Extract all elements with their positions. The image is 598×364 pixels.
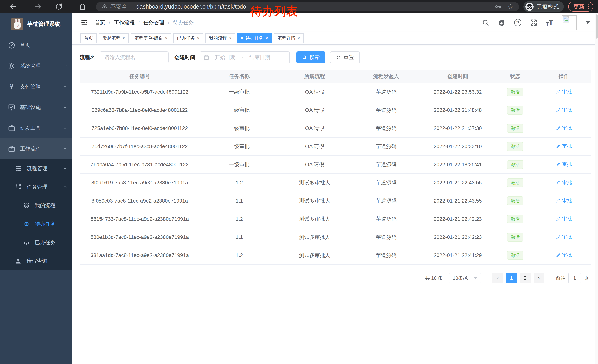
- tab-todo-tasks[interactable]: 待办任务×: [237, 33, 272, 43]
- cell-process: OA 请假: [279, 101, 350, 119]
- end-date-input[interactable]: [244, 54, 275, 60]
- github-icon[interactable]: [498, 19, 506, 26]
- scrollbar[interactable]: [595, 13, 598, 364]
- cell-actions: 审批: [537, 138, 590, 155]
- close-icon[interactable]: ×: [229, 36, 232, 40]
- chevron-down-icon: [63, 64, 67, 68]
- close-icon[interactable]: ×: [266, 36, 268, 40]
- tab-process-detail[interactable]: 流程详情×: [274, 33, 304, 43]
- approve-button[interactable]: 审批: [556, 143, 572, 149]
- approve-button[interactable]: 审批: [556, 107, 572, 113]
- page-button-1[interactable]: 1: [506, 273, 517, 283]
- topbar: 首页 / 工作流程 / 任务管理 / 待办任务 ? TT: [72, 13, 598, 32]
- cell-process: OA 请假: [279, 155, 350, 174]
- tab-home[interactable]: 首页: [80, 33, 97, 43]
- chevron-down-icon: [63, 84, 67, 89]
- sidebar-item-done-tasks[interactable]: 已办任务: [0, 233, 72, 252]
- cell-status: 激活: [493, 228, 537, 246]
- close-icon[interactable]: ×: [123, 36, 125, 40]
- sidebar-item-task-management[interactable]: 任务管理: [0, 178, 72, 196]
- avatar-caret-icon[interactable]: [586, 22, 590, 24]
- status-badge: 激活: [507, 88, 523, 97]
- sidebar-item-home[interactable]: 首页: [0, 35, 72, 56]
- table-row: 725a1eb6-7b88-11ec-8ef0-acde48001122 一级审…: [80, 119, 590, 138]
- cell-actions: 审批: [537, 83, 590, 101]
- sidebar-item-leave-query[interactable]: 请假查询: [0, 252, 72, 270]
- tab-form-edit[interactable]: 流程表单-编辑×: [131, 33, 171, 43]
- help-icon[interactable]: ?: [514, 19, 522, 26]
- cell-process: 测试多审批人: [279, 210, 350, 228]
- cell-task-name: 一级审批: [200, 155, 279, 174]
- bookmark-star-icon[interactable]: ☆: [507, 3, 514, 10]
- cell-task-name: 1.2: [200, 174, 279, 192]
- sidebar-item-workflow[interactable]: 工作流程: [0, 138, 72, 159]
- approve-button[interactable]: 审批: [556, 89, 572, 95]
- search-icon[interactable]: [482, 19, 489, 26]
- sidebar-item-process-management[interactable]: 流程管理: [0, 159, 72, 178]
- reset-button[interactable]: 重置: [330, 51, 360, 63]
- security-warning-icon[interactable]: [101, 3, 108, 10]
- sidebar-item-my-process[interactable]: 我的流程: [0, 196, 72, 215]
- approve-button[interactable]: 审批: [556, 216, 572, 222]
- avatar[interactable]: [562, 15, 576, 30]
- cell-actions: 审批: [537, 155, 590, 174]
- url-text[interactable]: dashboard.yudao.iocoder.cn/bpm/task/todo: [136, 3, 491, 10]
- approve-button[interactable]: 审批: [556, 179, 572, 186]
- edit-pencil-icon: [556, 180, 561, 185]
- date-range-picker[interactable]: -: [200, 51, 290, 63]
- browser-refresh-icon[interactable]: [54, 2, 63, 11]
- browser-back-icon[interactable]: [9, 2, 17, 11]
- breadcrumb-workflow[interactable]: 工作流程: [114, 19, 135, 26]
- tab-start-process[interactable]: 发起流程×: [99, 33, 129, 43]
- approve-button[interactable]: 审批: [556, 161, 572, 168]
- approve-button[interactable]: 审批: [556, 197, 572, 204]
- process-name-input[interactable]: [100, 51, 169, 63]
- sidebar: 芋道管理系统 首页 系统管理 ¥ 支付管理 基础设施: [0, 13, 72, 364]
- start-date-input[interactable]: [209, 54, 241, 60]
- chevron-down-icon: [63, 105, 67, 110]
- cell-initiator: 芋道源码: [350, 155, 422, 174]
- next-page-button[interactable]: ›: [533, 273, 544, 283]
- table-row: 069c6a63-7b8a-11ec-8ef0-acde48001122 一级审…: [80, 101, 590, 119]
- sidebar-item-infrastructure[interactable]: 基础设施: [0, 97, 72, 118]
- cell-created: 2022-01-22 20:33:10: [422, 138, 493, 155]
- sidebar-item-payment[interactable]: ¥ 支付管理: [0, 76, 72, 97]
- close-icon[interactable]: ×: [165, 36, 167, 40]
- sidebar-collapse-icon[interactable]: [80, 19, 88, 26]
- prev-page-button[interactable]: ‹: [492, 273, 503, 283]
- logo-image: [11, 18, 23, 30]
- page-size-select[interactable]: 10条/页: [449, 273, 481, 283]
- sidebar-item-system[interactable]: 系统管理: [0, 56, 72, 76]
- tab-done-tasks[interactable]: 已办任务×: [173, 33, 203, 43]
- font-size-icon[interactable]: TT: [546, 19, 553, 26]
- scrollbar-thumb[interactable]: [596, 15, 598, 39]
- browser-update-button[interactable]: 更新: [568, 2, 593, 12]
- sidebar-item-dev-tools[interactable]: 研发工具: [0, 118, 72, 138]
- breadcrumb-home[interactable]: 首页: [95, 19, 105, 26]
- browser-menu-icon[interactable]: [588, 4, 589, 9]
- approve-button[interactable]: 审批: [556, 234, 572, 240]
- cell-task-name: 一级审批: [200, 138, 279, 155]
- table-row: 58154733-7ac8-11ec-a9e2-a2380e71991a 1.2…: [80, 210, 590, 228]
- approve-button[interactable]: 审批: [556, 125, 572, 131]
- page-button-2[interactable]: 2: [520, 273, 531, 283]
- goto-page-input[interactable]: [568, 273, 581, 283]
- close-icon[interactable]: ×: [197, 36, 199, 40]
- incognito-badge: 无痕模式: [523, 1, 564, 12]
- browser-home-icon[interactable]: [78, 2, 87, 11]
- breadcrumb-task-management[interactable]: 任务管理: [143, 19, 164, 26]
- approve-button[interactable]: 审批: [556, 252, 572, 258]
- password-key-icon[interactable]: [494, 3, 501, 10]
- cell-created: 2022-01-21 22:42:23: [422, 228, 493, 246]
- cell-status: 激活: [493, 83, 537, 101]
- fullscreen-icon[interactable]: [530, 19, 537, 26]
- cell-task-id: 8f0d1619-7ac8-11ec-a9e2-a2380e71991a: [80, 174, 200, 192]
- sidebar-item-todo-tasks[interactable]: 待办任务: [0, 215, 72, 233]
- cell-created: 2022-01-22 18:25:41: [422, 155, 493, 174]
- tab-my-process[interactable]: 我的流程×: [206, 33, 235, 43]
- breadcrumb-current: 待办任务: [173, 19, 194, 26]
- browser-forward-icon[interactable]: [34, 2, 43, 11]
- search-button[interactable]: 搜索: [296, 51, 325, 63]
- close-icon[interactable]: ×: [298, 36, 300, 40]
- address-bar[interactable]: 不安全 dashboard.yudao.iocoder.cn/bpm/task/…: [96, 2, 519, 11]
